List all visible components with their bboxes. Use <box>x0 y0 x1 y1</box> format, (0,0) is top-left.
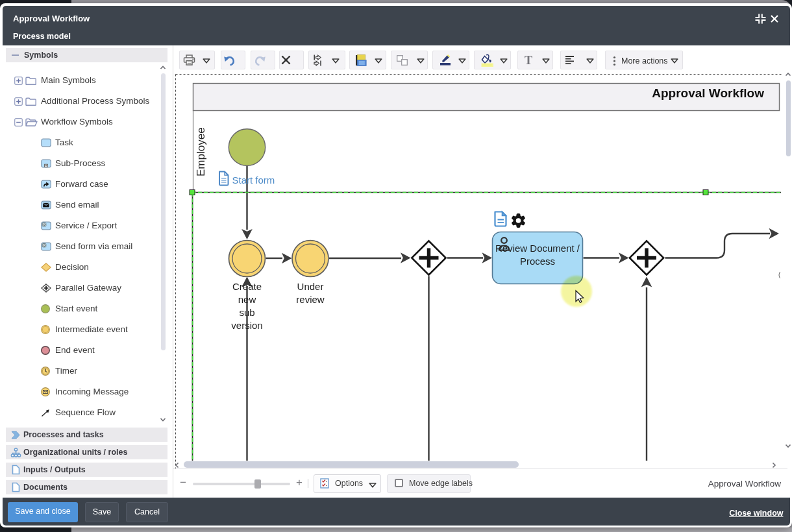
svg-text:(: ( <box>778 271 781 278</box>
